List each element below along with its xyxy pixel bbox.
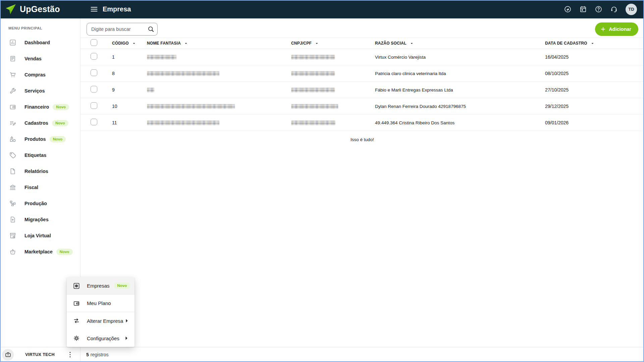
basket-icon xyxy=(9,248,16,255)
blurred-nome-fantasia xyxy=(147,71,219,76)
cell-codigo: 8 xyxy=(112,71,147,76)
wallet-icon xyxy=(73,300,80,307)
add-button[interactable]: Adicionar xyxy=(595,22,638,36)
kebab-menu-icon xyxy=(66,351,74,359)
sidebar-item-loja-virtual[interactable]: Loja Virtual xyxy=(0,228,80,244)
sort-codigo-button[interactable] xyxy=(132,41,136,46)
wallet-icon xyxy=(9,103,16,111)
context-menu-item-configuracoes[interactable]: Configurações xyxy=(67,329,135,347)
blurred-cnpj xyxy=(291,104,338,109)
cell-data-cadastro: 09/01/2026 xyxy=(545,120,644,125)
table-row[interactable]: 1 Virtux Comércio Varejista 16/04/2025 xyxy=(80,49,644,65)
sort-arrow-icon xyxy=(590,41,595,46)
blurred-cnpj xyxy=(291,71,335,76)
column-header-cnpj: CNPJ/CPF xyxy=(291,41,375,46)
sidebar-item-compras[interactable]: Compras xyxy=(0,67,80,83)
sidebar-item-marketplace[interactable]: Marketplace Novo xyxy=(0,244,80,260)
novo-badge: Novo xyxy=(50,136,66,142)
support-icon xyxy=(610,5,618,13)
sidebar-item-relatorios[interactable]: Relatórios xyxy=(0,163,80,179)
sidebar-item-fiscal[interactable]: Fiscal xyxy=(0,179,80,195)
sidebar-item-producao[interactable]: Produção xyxy=(0,195,80,212)
main-content: Adicionar CÓDIGO NOME FANTASIA CNPJ/CPF … xyxy=(80,18,644,347)
company-name: VIRTUX TECH xyxy=(14,352,66,357)
cell-razao-social: Virtux Comércio Varejista xyxy=(375,55,545,60)
shapes-icon xyxy=(9,135,16,143)
gear-icon xyxy=(73,335,80,342)
cell-data-cadastro: 08/10/2025 xyxy=(545,71,644,76)
sort-nome-button[interactable] xyxy=(184,41,188,46)
context-menu-item-alterar-empresa[interactable]: Alterar Empresa xyxy=(67,312,135,329)
table-row[interactable]: 8 Patricia claro clinica veterinaria ltd… xyxy=(80,65,644,82)
help-button[interactable] xyxy=(595,5,602,13)
context-menu-item-meu-plano[interactable]: Meu Plano xyxy=(67,295,135,312)
row-checkbox[interactable] xyxy=(91,86,97,93)
row-checkbox[interactable] xyxy=(91,69,97,76)
search-button[interactable] xyxy=(147,25,155,33)
row-checkbox[interactable] xyxy=(91,102,97,109)
select-all-checkbox[interactable] xyxy=(91,39,97,46)
sidebar-item-cadastros[interactable]: Cadastros Novo xyxy=(0,115,80,131)
sidebar-menu: Dashboard Vendas Compras Serviços Financ… xyxy=(0,35,80,260)
sidebar-item-produtos[interactable]: Produtos Novo xyxy=(0,131,80,147)
search-box xyxy=(87,23,158,36)
context-menu-item-empresas[interactable]: Empresas Novo xyxy=(67,277,135,295)
sort-data-button[interactable] xyxy=(590,41,595,46)
table-header: CÓDIGO NOME FANTASIA CNPJ/CPF RAZÃO SOCI… xyxy=(80,38,644,49)
row-checkbox[interactable] xyxy=(91,119,97,125)
table-row[interactable]: 10 Dylan Renan Ferreira Dourado 42918796… xyxy=(80,98,644,115)
sidebar-item-migracoes[interactable]: Migrações xyxy=(0,212,80,228)
brand: UpGestão xyxy=(0,3,80,15)
sidebar-item-etiquetas[interactable]: Etiquetas xyxy=(0,147,80,163)
table-row[interactable]: 9 Fábio e Marli Entregas Expressas Ltda … xyxy=(80,82,644,98)
sidebar-item-financeiro[interactable]: Financeiro Novo xyxy=(0,99,80,115)
column-header-razao-social: RAZÃO SOCIAL xyxy=(375,41,545,46)
sidebar-item-vendas[interactable]: Vendas xyxy=(0,51,80,67)
support-button[interactable] xyxy=(610,5,618,13)
dashboard-icon xyxy=(9,39,16,46)
announcements-button[interactable] xyxy=(564,5,572,13)
novo-badge: Novo xyxy=(53,104,69,110)
row-checkbox[interactable] xyxy=(91,53,97,60)
company-avatar[interactable] xyxy=(2,349,14,361)
sort-arrow-icon xyxy=(184,41,188,46)
novo-badge: Novo xyxy=(56,249,73,255)
submenu-chevron-icon xyxy=(123,317,130,324)
hamburger-menu-button[interactable] xyxy=(90,5,98,13)
sales-icon xyxy=(9,55,16,62)
plus-icon xyxy=(600,26,606,32)
novo-badge: Novo xyxy=(52,120,68,126)
records-label: registros xyxy=(91,352,109,357)
calendar-button[interactable] xyxy=(579,5,587,13)
sort-cnpj-button[interactable] xyxy=(315,41,319,46)
user-avatar[interactable]: TD xyxy=(626,4,637,15)
swap-icon xyxy=(73,317,80,324)
report-icon xyxy=(9,168,16,175)
cell-codigo: 11 xyxy=(112,120,147,125)
cell-codigo: 9 xyxy=(112,87,147,93)
storefront-icon xyxy=(9,232,16,239)
column-header-nome-fantasia: NOME FANTASIA xyxy=(147,41,291,46)
announcements-icon xyxy=(564,5,572,13)
column-header-data-cadastro: DATA DE CADASTRO xyxy=(545,41,644,46)
footer-company-section: VIRTUX TECH xyxy=(0,347,80,362)
table-row[interactable]: 11 49.449.364 Cristina Ribeiro Dos Santo… xyxy=(80,115,644,131)
records-count: 5 xyxy=(86,352,89,357)
blurred-nome-fantasia xyxy=(147,121,219,125)
company-options-button[interactable] xyxy=(66,351,74,359)
briefcase-icon xyxy=(5,351,11,358)
cell-razao-social: Fábio e Marli Entregas Expressas Ltda xyxy=(375,87,545,93)
topbar: UpGestão Empresa TD xyxy=(0,0,644,18)
sidebar-item-dashboard[interactable]: Dashboard xyxy=(0,35,80,51)
blurred-nome-fantasia xyxy=(147,88,154,93)
novo-badge: Novo xyxy=(114,283,130,289)
cell-razao-social: Dylan Renan Ferreira Dourado 42918796875 xyxy=(375,104,545,109)
hamburger-icon xyxy=(90,5,98,13)
cell-data-cadastro: 16/04/2025 xyxy=(545,54,644,60)
brand-name: UpGestão xyxy=(20,4,60,14)
sort-razao-button[interactable] xyxy=(410,41,414,46)
wrench-icon xyxy=(9,87,16,95)
sidebar-item-servicos[interactable]: Serviços xyxy=(0,83,80,99)
help-icon xyxy=(595,5,602,13)
logo-plane-icon xyxy=(4,3,17,15)
